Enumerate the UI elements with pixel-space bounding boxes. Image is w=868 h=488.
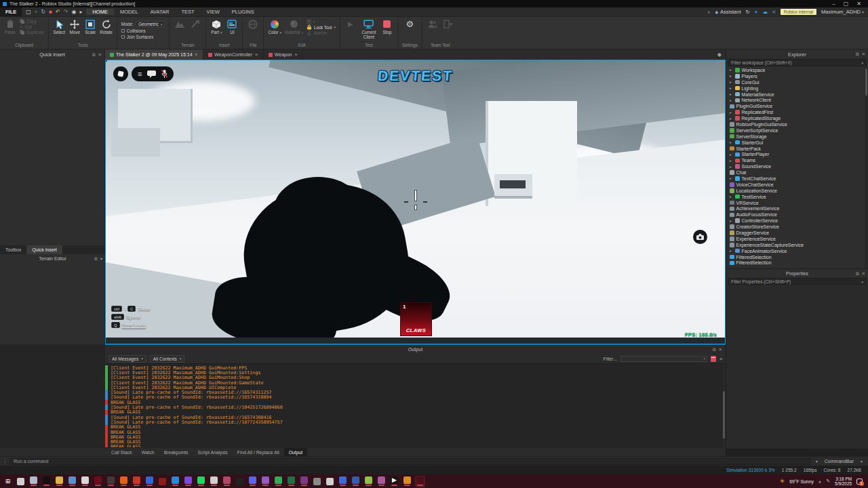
close-tab-icon[interactable]: ✕ xyxy=(294,52,298,58)
explorer-tree-item[interactable]: ▸ ExperienceStateCaptureService xyxy=(726,242,868,248)
explorer-tree-item[interactable]: ▸ LocalizationService xyxy=(726,188,868,194)
chevron-down-icon[interactable]: ▾ xyxy=(861,280,863,284)
explorer-tree-item[interactable]: ▸ ExperienceService xyxy=(726,236,868,242)
file-menu-button[interactable]: FILE xyxy=(0,7,22,16)
expand-arrow-icon[interactable]: ▸ xyxy=(730,165,733,169)
paste-button[interactable]: Paste xyxy=(4,19,16,35)
explorer-tree-item[interactable]: ▸ PluginGuiService xyxy=(726,103,868,109)
expand-arrow-icon[interactable]: ▸ xyxy=(730,249,733,253)
explorer-tree-item[interactable]: ▸ NetworkClient xyxy=(726,97,868,103)
taskbar-app-button[interactable] xyxy=(222,476,232,487)
explorer-tree-item[interactable]: ▸ RobloxPluginGuiService xyxy=(726,121,868,127)
taskbar-app-button[interactable] xyxy=(54,476,64,487)
dock-tab[interactable]: Watch xyxy=(137,448,159,456)
taskbar-app-button[interactable] xyxy=(273,476,283,487)
explorer-tree-item[interactable]: ▸ ReplicatedStorage xyxy=(726,115,868,121)
play-button[interactable]: ▶ xyxy=(344,19,357,35)
collisions-checkbox[interactable]: Collisions xyxy=(121,28,165,33)
taskbar-app-button[interactable] xyxy=(209,476,219,487)
explorer-tree-item[interactable]: ▸ StarterGui xyxy=(726,140,868,146)
taskbar-app-button[interactable] xyxy=(157,476,167,487)
ribbon-tab[interactable]: MODEL xyxy=(114,9,144,15)
quick-access-icon[interactable]: ↻ xyxy=(41,9,45,15)
taskbar-app-button[interactable] xyxy=(41,476,52,487)
taskbar-app-button[interactable] xyxy=(170,476,180,487)
taskbar-app-button[interactable]: ▶ xyxy=(389,476,399,487)
explorer-tree-item[interactable]: ▸ Lighting xyxy=(726,85,868,92)
ribbon-tab[interactable]: TEST xyxy=(175,9,200,15)
dock-tab[interactable]: Output xyxy=(284,448,307,456)
chevron-down-icon[interactable]: ▾ xyxy=(861,61,863,65)
explorer-tree-item[interactable]: ▸ DraggerService xyxy=(726,230,868,236)
taskbar-app-button[interactable] xyxy=(132,476,142,487)
pin-icon[interactable]: ▾ xyxy=(100,256,102,262)
close-tab-icon[interactable]: ✕ xyxy=(254,52,258,58)
quick-access-icon[interactable]: ▸ xyxy=(79,9,82,15)
stop-button[interactable]: Stop xyxy=(381,19,393,35)
taskbar-app-button[interactable] xyxy=(299,476,309,487)
ribbon-tab[interactable]: PLUGINS xyxy=(226,9,260,15)
document-tab[interactable]: Weapon ✕ xyxy=(264,49,303,60)
explorer-tree-item[interactable]: ▸ TextChatService xyxy=(726,176,868,182)
explorer-tree-item[interactable]: ▸ VoiceChatService xyxy=(726,182,868,188)
notification-icon[interactable]: 1 xyxy=(856,479,863,485)
taskbar-app-button[interactable] xyxy=(106,476,116,487)
duplicate-button[interactable]: Duplicate xyxy=(20,30,44,35)
tab-toolbox[interactable]: Toolbox xyxy=(0,245,26,254)
popout-icon[interactable]: ⧉ xyxy=(94,256,98,262)
lock-tool-button[interactable]: Lock Tool▾ xyxy=(307,24,336,30)
expand-arrow-icon[interactable]: ▸ xyxy=(730,80,733,84)
clear-output-button[interactable] xyxy=(711,356,716,362)
menu-icon[interactable]: ≡ xyxy=(138,70,142,78)
explorer-tree-item[interactable]: ▸ VRService xyxy=(726,200,868,206)
weather-text[interactable]: 69°F Sunny xyxy=(789,479,814,484)
pen-icon[interactable]: ✎ xyxy=(826,479,830,484)
color-button[interactable]: Color▾ xyxy=(268,19,281,35)
tray-expand-icon[interactable]: ∧ xyxy=(818,479,821,484)
share-icon[interactable]: < xyxy=(772,9,775,15)
part-button[interactable]: Part▾ xyxy=(210,19,222,35)
explorer-tree-item[interactable]: ▸ Chat xyxy=(726,169,868,176)
expand-arrow-icon[interactable]: ▸ xyxy=(730,195,733,199)
output-log[interactable]: [Client Event] 2032622 Maximum_ADHD GuiM… xyxy=(105,364,726,447)
mode-dropdown[interactable]: Geometric▾ xyxy=(136,21,165,27)
explorer-tree-item[interactable]: ▸ FilteredSelection xyxy=(726,260,868,266)
taskbar-app-button[interactable] xyxy=(183,476,193,487)
chevron-down-icon[interactable]: ▾ xyxy=(816,459,818,464)
taskbar-app-button[interactable] xyxy=(312,476,322,487)
explorer-tree-item[interactable]: ▸ AchievementService xyxy=(726,205,868,211)
expand-arrow-icon[interactable]: ▸ xyxy=(730,152,733,157)
assistant-button[interactable]: ◆ Assistant xyxy=(715,9,741,15)
ribbon-tab[interactable]: AVATAR xyxy=(144,9,176,15)
taskbar-app-button[interactable] xyxy=(402,476,412,487)
select-tool-button[interactable]: Select xyxy=(53,19,65,35)
explorer-tree-item[interactable]: ▸ ServerStorage xyxy=(726,134,868,140)
expand-arrow-icon[interactable]: ▸ xyxy=(730,92,733,96)
close-icon[interactable]: ✕ xyxy=(862,52,865,57)
terrain-editor-header[interactable]: Terrain Editor ⧉ ▾ xyxy=(0,254,105,263)
taskbar-app-button[interactable] xyxy=(119,476,129,487)
explorer-tree-item[interactable]: ▸ SoundService xyxy=(726,163,868,169)
expand-arrow-icon[interactable]: ▸ xyxy=(730,98,733,102)
chat-icon[interactable] xyxy=(147,70,156,78)
properties-filter-input[interactable]: Filter Properties (Ctrl+Shift+P) ▾ xyxy=(728,278,867,285)
contexts-filter-dropdown[interactable]: All Contexts▾ xyxy=(150,355,185,363)
explorer-filter-input[interactable]: Filter workspace (Ctrl+Shift+X) ▾ xyxy=(728,59,867,66)
explorer-tree-item[interactable]: ▸ ReplicatedFirst xyxy=(726,109,868,115)
terrain-region-button[interactable] xyxy=(189,19,201,35)
game-viewport[interactable]: DEVTEST ≡ ctrl / C Slide shift / Sprint xyxy=(105,60,726,344)
expand-arrow-icon[interactable]: ▸ xyxy=(730,140,733,144)
gamepad-icon[interactable]: ◆ xyxy=(717,52,722,58)
explorer-tree-item[interactable]: ▸ FilteredSelection xyxy=(726,254,868,260)
move-tool-button[interactable]: Move xyxy=(68,19,81,35)
ui-button[interactable]: UI xyxy=(226,19,238,35)
taskbar-app-button[interactable] xyxy=(351,476,361,487)
dock-tab[interactable]: Script Analysis xyxy=(193,448,233,456)
group-button[interactable]: ▾ xyxy=(307,19,336,24)
drag-grip-icon[interactable]: ⋮ xyxy=(0,458,9,464)
expand-arrow-icon[interactable]: ▸ xyxy=(730,219,733,223)
dock-tab[interactable]: Find All / Replace All xyxy=(233,448,284,456)
popout-icon[interactable]: ⧉ xyxy=(92,52,96,58)
anchor-button[interactable]: ⚓Anchor xyxy=(307,30,336,35)
import-3d-button[interactable] xyxy=(247,19,259,35)
